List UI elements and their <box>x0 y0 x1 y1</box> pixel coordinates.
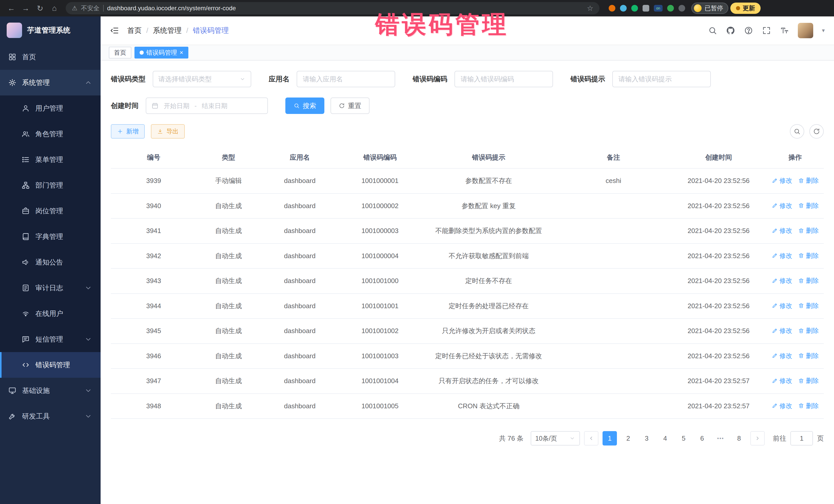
bookmark-star-icon[interactable]: ☆ <box>587 4 593 13</box>
page-button-3[interactable]: 3 <box>639 431 654 445</box>
help-icon[interactable] <box>744 26 753 35</box>
delete-link[interactable]: 删除 <box>798 401 819 410</box>
edit-link[interactable]: 修改 <box>772 352 792 360</box>
edit-icon <box>772 178 778 184</box>
sidebar-item-departments[interactable]: 部门管理 <box>0 172 101 198</box>
delete-link[interactable]: 删除 <box>798 201 819 210</box>
extension-icon[interactable] <box>609 5 615 12</box>
cell-actions: 修改 删除 <box>767 293 824 319</box>
error-code-input[interactable] <box>455 71 553 87</box>
edit-link[interactable]: 修改 <box>772 302 792 310</box>
sidebar-item-audit-log[interactable]: 审计日志 <box>0 275 101 301</box>
page-button-2[interactable]: 2 <box>621 431 635 445</box>
tab-home[interactable]: 首页 <box>109 47 131 59</box>
browser-profile-badge[interactable]: 已暂停 <box>691 3 728 14</box>
extension-icon[interactable]: on <box>654 5 663 12</box>
user-menu-caret-icon[interactable]: ▾ <box>822 27 825 34</box>
cell-code: 1001001003 <box>339 344 421 369</box>
edit-link: 修改 <box>772 401 792 410</box>
puzzle-extension-icon[interactable] <box>642 5 649 12</box>
sidebar-item-devtools[interactable]: 研发工具 <box>0 403 101 429</box>
edit-link[interactable]: 修改 <box>772 226 792 235</box>
add-button[interactable]: 新增 <box>111 124 145 138</box>
tab-error-code[interactable]: 错误码管理 × <box>134 47 188 59</box>
cell-id: 3940 <box>111 194 196 219</box>
search-button[interactable]: 搜索 <box>285 97 324 114</box>
delete-link[interactable]: 删除 <box>798 376 819 385</box>
forward-icon[interactable]: → <box>20 2 32 14</box>
cell-created: 2021-04-20 23:52:56 <box>671 344 767 369</box>
extension-icon[interactable] <box>620 5 627 12</box>
date-range-picker[interactable]: 开始日期 - 结束日期 <box>146 97 268 114</box>
delete-link[interactable]: 删除 <box>798 352 819 360</box>
breadcrumb-home[interactable]: 首页 <box>127 26 142 36</box>
delete-link[interactable]: 删除 <box>798 226 819 235</box>
delete-link[interactable]: 删除 <box>798 277 819 285</box>
reset-button[interactable]: 重置 <box>331 97 370 114</box>
page-button-8[interactable]: 8 <box>732 431 746 445</box>
filter-row: 错误码类型 请选择错误码类型 应用名 错误码编码 <box>111 71 824 87</box>
export-button[interactable]: 导出 <box>151 124 185 138</box>
edit-link[interactable]: 修改 <box>772 277 792 285</box>
delete-link[interactable]: 删除 <box>798 251 819 260</box>
sidebar-item-system[interactable]: 系统管理 <box>0 70 101 95</box>
collapse-sidebar-icon[interactable] <box>110 26 119 35</box>
github-icon[interactable] <box>726 26 735 35</box>
sidebar-item-error-code[interactable]: 错误码管理 <box>0 352 101 378</box>
extension-icon[interactable] <box>679 5 685 12</box>
page-button-4[interactable]: 4 <box>658 431 672 445</box>
page-button-6[interactable]: 6 <box>695 431 709 445</box>
extension-icon[interactable] <box>631 5 638 12</box>
cell-type: 自动生成 <box>196 394 261 419</box>
delete-link[interactable]: 删除 <box>798 176 819 185</box>
user-avatar[interactable] <box>798 23 813 38</box>
sidebar-item-dictionary[interactable]: 字典管理 <box>0 224 101 249</box>
page-button-5[interactable]: 5 <box>676 431 691 445</box>
extension-icon[interactable] <box>667 5 674 12</box>
error-message-input[interactable] <box>612 71 711 87</box>
sidebar-item-infrastructure[interactable]: 基础设施 <box>0 378 101 403</box>
edit-link[interactable]: 修改 <box>772 251 792 260</box>
page-size-select[interactable]: 10条/页 <box>531 431 580 445</box>
browser-update-button[interactable]: 更新 <box>730 3 761 14</box>
delete-link[interactable]: 删除 <box>798 302 819 310</box>
home-icon[interactable]: ⌂ <box>48 2 61 14</box>
header-search-icon[interactable] <box>708 26 717 35</box>
close-tab-icon[interactable]: × <box>180 49 183 56</box>
back-icon[interactable]: ← <box>5 2 18 14</box>
sidebar-item-menus[interactable]: 菜单管理 <box>0 147 101 172</box>
sidebar-item-sms[interactable]: 短信管理 <box>0 326 101 352</box>
monitor-icon <box>8 387 17 395</box>
fullscreen-icon[interactable] <box>762 26 771 35</box>
sidebar-item-home[interactable]: 首页 <box>0 44 101 70</box>
edit-link[interactable]: 修改 <box>772 376 792 385</box>
edit-icon <box>772 278 778 284</box>
address-bar[interactable]: ⚠ 不安全 dashboard.yudao.iocoder.cn/system/… <box>66 2 599 14</box>
sidebar-item-online-users[interactable]: 在线用户 <box>0 301 101 326</box>
edit-link[interactable]: 修改 <box>772 201 792 210</box>
app-title: 芋道管理系统 <box>27 25 70 35</box>
next-page-button[interactable] <box>750 431 765 445</box>
sidebar-item-notices[interactable]: 通知公告 <box>0 249 101 275</box>
edit-link[interactable]: 修改 <box>772 176 792 185</box>
breadcrumb-system[interactable]: 系统管理 <box>153 26 182 36</box>
goto-page-input[interactable] <box>790 431 813 445</box>
sidebar-item-users[interactable]: 用户管理 <box>0 95 101 121</box>
app-name-input[interactable] <box>297 71 395 87</box>
sidebar-item-positions[interactable]: 岗位管理 <box>0 198 101 224</box>
sidebar-item-roles[interactable]: 角色管理 <box>0 121 101 147</box>
error-type-select[interactable]: 请选择错误码类型 <box>153 71 251 87</box>
pages-ellipsis[interactable]: ••• <box>714 431 728 445</box>
reload-icon[interactable]: ↻ <box>34 2 46 14</box>
font-size-icon[interactable] <box>780 26 789 35</box>
prev-page-button[interactable] <box>584 431 598 445</box>
edit-link[interactable]: 修改 <box>772 326 792 335</box>
cell-remark <box>556 369 670 394</box>
refresh-table-button[interactable] <box>809 124 824 138</box>
cell-id: 3943 <box>111 268 196 293</box>
page-button-1[interactable]: 1 <box>602 431 617 445</box>
toggle-search-button[interactable] <box>790 124 804 138</box>
filter-error-message: 错误码提示 <box>570 71 711 87</box>
filter-error-type: 错误码类型 请选择错误码类型 <box>111 71 251 87</box>
delete-link[interactable]: 删除 <box>798 326 819 335</box>
